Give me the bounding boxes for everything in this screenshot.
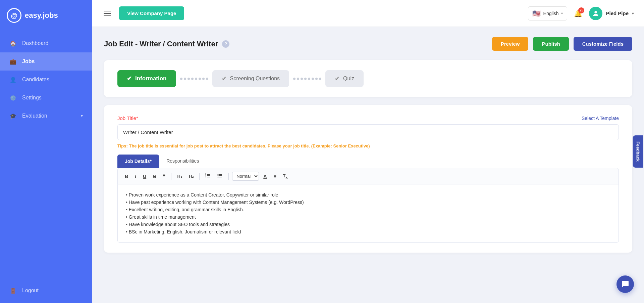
list-item: Great skills in time management bbox=[126, 213, 610, 221]
step-check-icon: ✔ bbox=[127, 75, 132, 82]
editor-list: Proven work experience as a Content Crea… bbox=[126, 191, 610, 235]
header-right: 🇺🇸 English ▾ 🔔 25 Pied Pipe ▾ bbox=[528, 6, 634, 20]
home-icon: 🏠 bbox=[9, 40, 17, 47]
step-information-button[interactable]: ✔ Information bbox=[117, 70, 176, 87]
sidebar: @ easy.jobs 🏠 Dashboard 💼 Jobs 👤 Candida… bbox=[0, 0, 92, 303]
sidebar-item-jobs[interactable]: 💼 Jobs bbox=[0, 52, 92, 71]
dot bbox=[304, 78, 307, 80]
feedback-tab[interactable]: Feedback bbox=[633, 135, 643, 168]
sidebar-item-candidates[interactable]: 👤 Candidates bbox=[0, 71, 92, 89]
sidebar-item-label: Evaluation bbox=[22, 113, 47, 119]
sidebar-item-evaluation[interactable]: 🎓 Evaluation ▾ bbox=[0, 107, 92, 125]
view-company-button[interactable]: View Company Page bbox=[119, 6, 184, 20]
svg-rect-8 bbox=[219, 175, 222, 176]
hamburger-line bbox=[104, 15, 111, 16]
underline-icon: U bbox=[143, 174, 146, 179]
customize-fields-button[interactable]: Customize Fields bbox=[574, 37, 632, 51]
unordered-list-button[interactable] bbox=[215, 172, 225, 181]
dot bbox=[206, 78, 208, 80]
select-template-link[interactable]: Select A Template bbox=[582, 116, 619, 121]
strikethrough-button[interactable]: S bbox=[151, 172, 158, 180]
bold-button[interactable]: B bbox=[122, 172, 130, 180]
dot bbox=[202, 78, 205, 80]
logout-label: Logout bbox=[22, 288, 39, 294]
list-item: BSc in Marketing, English, Journalism or… bbox=[126, 228, 610, 235]
form-card: Job Title* Select A Template Tips: The j… bbox=[104, 105, 632, 253]
flag-icon: 🇺🇸 bbox=[532, 9, 541, 17]
dot bbox=[184, 78, 186, 80]
chevron-down-icon: ▾ bbox=[81, 114, 83, 118]
job-title-input[interactable] bbox=[117, 124, 619, 140]
tip-label: Tips: bbox=[117, 143, 128, 148]
dot bbox=[199, 78, 201, 80]
list-item: Proven work experience as a Content Crea… bbox=[126, 191, 610, 199]
page-actions: Preview Publish Customize Fields bbox=[492, 37, 632, 51]
ordered-list-icon: 123 bbox=[205, 173, 211, 179]
sidebar-item-settings[interactable]: ⚙️ Settings bbox=[0, 89, 92, 107]
user-name: Pied Pipe bbox=[606, 10, 629, 16]
svg-rect-1 bbox=[207, 174, 210, 175]
notification-button[interactable]: 🔔 25 bbox=[574, 9, 582, 17]
h2-button[interactable]: H₂ bbox=[186, 172, 196, 180]
sidebar-bottom: 🚪 Logout bbox=[0, 282, 92, 300]
h1-button[interactable]: H₁ bbox=[175, 172, 184, 180]
avatar bbox=[589, 7, 602, 20]
stepper: ✔ Information bbox=[117, 70, 619, 87]
step-screening-button[interactable]: ✔ Screening Questions bbox=[212, 70, 289, 87]
hamburger-line bbox=[104, 13, 111, 14]
align-button[interactable]: ≡ bbox=[271, 172, 278, 180]
dot bbox=[315, 78, 318, 80]
tip-text: The job title is essential for job post … bbox=[129, 143, 370, 148]
text-color-button[interactable]: A bbox=[261, 172, 269, 180]
settings-icon: ⚙️ bbox=[9, 94, 17, 101]
chat-icon bbox=[621, 280, 629, 288]
svg-rect-9 bbox=[219, 177, 222, 177]
dot bbox=[293, 78, 296, 80]
jobs-icon: 💼 bbox=[9, 58, 17, 65]
step-dots-2 bbox=[289, 78, 325, 80]
help-icon[interactable]: ? bbox=[222, 40, 229, 48]
user-avatar-icon bbox=[592, 10, 599, 17]
notification-badge: 25 bbox=[578, 7, 584, 13]
sidebar-item-logout[interactable]: 🚪 Logout bbox=[0, 282, 92, 300]
sidebar-item-dashboard[interactable]: 🏠 Dashboard bbox=[0, 34, 92, 52]
underline-button[interactable]: U bbox=[141, 172, 149, 180]
sidebar-item-label: Settings bbox=[22, 95, 42, 101]
clear-format-icon: Tx bbox=[283, 173, 288, 179]
dot bbox=[301, 78, 303, 80]
preview-button[interactable]: Preview bbox=[492, 37, 529, 51]
dot bbox=[180, 78, 182, 80]
quote-icon: ❝ bbox=[163, 174, 165, 179]
italic-button[interactable]: I bbox=[132, 172, 139, 180]
sidebar-item-label: Dashboard bbox=[22, 40, 48, 46]
toolbar-divider-3 bbox=[228, 173, 229, 180]
step-dots-1 bbox=[176, 78, 212, 80]
ordered-list-button[interactable]: 123 bbox=[203, 172, 213, 181]
hamburger-button[interactable] bbox=[102, 9, 112, 17]
job-title-label-text: Job Title bbox=[117, 115, 136, 121]
job-title-field-header: Job Title* Select A Template bbox=[117, 115, 619, 121]
logout-icon: 🚪 bbox=[9, 287, 17, 294]
clear-format-button[interactable]: Tx bbox=[281, 172, 290, 181]
font-size-select[interactable]: Normal bbox=[232, 172, 259, 181]
tab-responsibilities[interactable]: Responsibilities bbox=[159, 155, 206, 168]
quote-button[interactable]: ❝ bbox=[160, 172, 168, 180]
user-info[interactable]: Pied Pipe ▾ bbox=[589, 7, 634, 20]
logo-icon: @ bbox=[7, 8, 21, 23]
list-item: Have knowledge about SEO tools and strat… bbox=[126, 221, 610, 228]
lang-chevron-down-icon: ▾ bbox=[561, 11, 563, 15]
required-marker: * bbox=[136, 115, 138, 121]
dot bbox=[319, 78, 321, 80]
tab-job-details[interactable]: Job Details* bbox=[117, 155, 159, 168]
editor-body[interactable]: Proven work experience as a Content Crea… bbox=[117, 184, 619, 243]
step-information-label: Information bbox=[135, 75, 167, 82]
text-color-icon: A bbox=[263, 174, 267, 179]
step-quiz-button[interactable]: ✔ Quiz bbox=[325, 70, 364, 87]
language-selector[interactable]: 🇺🇸 English ▾ bbox=[528, 6, 568, 20]
publish-button[interactable]: Publish bbox=[533, 37, 569, 51]
italic-icon: I bbox=[135, 174, 136, 179]
dot bbox=[187, 78, 190, 80]
chat-button[interactable] bbox=[616, 275, 634, 293]
dot bbox=[312, 78, 314, 80]
field-tip: Tips: The job title is essential for job… bbox=[117, 143, 619, 148]
